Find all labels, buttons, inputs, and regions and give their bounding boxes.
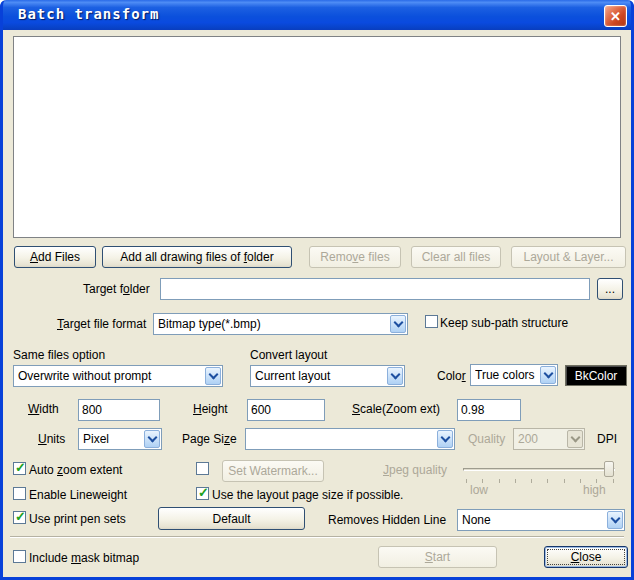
start-button[interactable]: Start [378, 546, 497, 568]
chevron-down-icon[interactable] [144, 430, 160, 448]
removes-hidden-line-label: Removes Hidden Line [328, 513, 446, 527]
quality-select[interactable]: 200 [513, 428, 585, 450]
chevron-down-icon[interactable] [437, 430, 453, 448]
use-print-pen-sets-checkbox[interactable] [13, 511, 26, 524]
scale-label: Scale(Zoom ext) [352, 402, 440, 416]
color-label: Color [437, 369, 466, 383]
chevron-down-icon[interactable] [390, 315, 406, 333]
slider-high-label: high [583, 483, 606, 497]
add-files-button[interactable]: Add Files [14, 246, 96, 268]
dpi-label: DPI [597, 432, 617, 446]
convert-layout-select[interactable]: Current layout [250, 365, 405, 387]
target-file-format-label: Target file format [57, 317, 146, 331]
batch-transform-dialog: Batch transform ✕ Add Files Add all draw… [0, 0, 634, 580]
scale-input[interactable] [457, 399, 521, 421]
keep-subpath-label: Keep sub-path structure [440, 316, 568, 330]
page-size-select[interactable] [245, 428, 455, 450]
layout-layer-button[interactable]: Layout & Layer... [511, 246, 626, 268]
width-input[interactable] [78, 399, 160, 421]
include-mask-bitmap-checkbox[interactable] [13, 550, 26, 563]
include-mask-bitmap-label: Include mask bitmap [29, 551, 139, 565]
chevron-down-icon[interactable] [387, 367, 403, 385]
close-window-button[interactable]: ✕ [604, 5, 627, 27]
remove-files-button[interactable]: Remove files [309, 246, 401, 268]
chevron-down-icon [567, 430, 583, 448]
page-size-label: Page Size [182, 432, 237, 446]
enable-lineweight-label: Enable Lineweight [29, 488, 127, 502]
use-layout-page-size-checkbox[interactable] [196, 487, 209, 500]
use-print-pen-sets-label: Use print pen sets [29, 512, 126, 526]
slider-low-label: low [470, 483, 488, 497]
units-label: Units [38, 432, 65, 446]
height-input[interactable] [247, 399, 325, 421]
jpeg-quality-slider-thumb[interactable] [604, 461, 614, 477]
clear-all-files-button[interactable]: Clear all files [411, 246, 501, 268]
height-label: Height [193, 402, 228, 416]
width-label: Width [28, 402, 59, 416]
enable-lineweight-checkbox[interactable] [13, 487, 26, 500]
titlebar[interactable]: Batch transform ✕ [0, 0, 634, 30]
removes-hidden-line-select[interactable]: None [457, 509, 625, 531]
file-list[interactable] [13, 36, 621, 238]
use-layout-page-size-label: Use the layout page size if possible. [212, 488, 403, 502]
close-icon: ✕ [610, 9, 621, 24]
divider [10, 536, 624, 538]
jpeg-quality-label: Jpeg quality [383, 463, 447, 477]
add-all-drawing-files-button[interactable]: Add all drawing files of folder [102, 246, 292, 268]
color-select[interactable]: True colors [470, 364, 558, 386]
units-select[interactable]: Pixel [78, 428, 162, 450]
close-button[interactable]: Close [544, 546, 628, 568]
target-folder-label: Target folder [83, 282, 150, 296]
target-file-format-select[interactable]: Bitmap type(*.bmp) [153, 313, 408, 335]
jpeg-quality-slider-track [463, 468, 615, 471]
browse-folder-button[interactable]: ... [597, 278, 623, 300]
default-button[interactable]: Default [158, 507, 305, 530]
same-files-option-select[interactable]: Overwrite without prompt [13, 365, 223, 387]
chevron-down-icon[interactable] [205, 367, 221, 385]
bkcolor-button[interactable]: BkColor [565, 365, 627, 386]
watermark-checkbox[interactable] [196, 462, 209, 475]
keep-subpath-checkbox[interactable] [425, 315, 438, 328]
auto-zoom-extent-checkbox[interactable] [13, 462, 26, 475]
same-files-option-label: Same files option [13, 348, 105, 362]
set-watermark-button[interactable]: Set Watermark... [222, 460, 324, 482]
target-folder-input[interactable] [160, 278, 590, 300]
window-title: Batch transform [18, 6, 159, 22]
chevron-down-icon[interactable] [540, 366, 556, 384]
chevron-down-icon[interactable] [607, 511, 623, 529]
convert-layout-label: Convert layout [250, 348, 327, 362]
quality-label: Quality [468, 432, 505, 446]
auto-zoom-extent-label: Auto zoom extent [29, 463, 122, 477]
